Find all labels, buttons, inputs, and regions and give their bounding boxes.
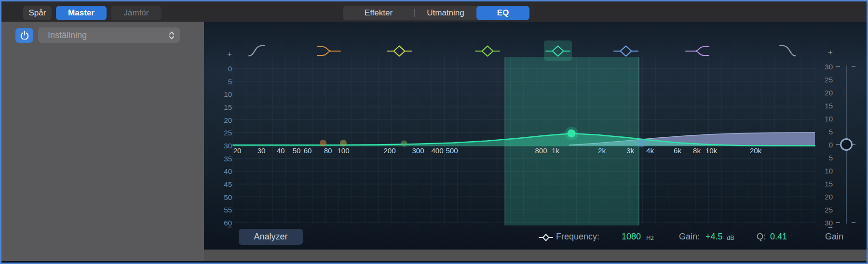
freq-tick-label: 20k bbox=[750, 146, 762, 155]
scale-tick-label: 30 bbox=[211, 142, 232, 150]
slider-tick bbox=[852, 222, 855, 223]
bell-icon bbox=[544, 43, 571, 58]
bell-icon bbox=[386, 43, 413, 58]
tab-master[interactable]: Master bbox=[56, 6, 107, 20]
scale-tick-label: 40 bbox=[211, 167, 232, 175]
band-6-bell-button[interactable] bbox=[612, 40, 640, 61]
scale-tick-label: 20 bbox=[812, 89, 833, 97]
scale-tick-label: 25 bbox=[812, 206, 833, 214]
scale-tick-label: 15 bbox=[812, 102, 833, 110]
tab-utmatning[interactable]: Utmatning bbox=[415, 6, 476, 20]
bell-icon bbox=[474, 43, 501, 58]
bell-icon bbox=[612, 43, 639, 58]
compare-button[interactable]: Jämför bbox=[111, 6, 162, 20]
scale-tick-label: 55 bbox=[211, 206, 232, 214]
band-4-bell-button[interactable] bbox=[474, 40, 502, 61]
top-toolbar: Spår Master Jämför Effekter Utmatning EQ bbox=[1, 1, 867, 22]
scale-tick-label: 0 bbox=[211, 65, 232, 73]
preset-dropdown-label: Inställning bbox=[48, 30, 87, 40]
slider-tick bbox=[836, 66, 840, 67]
gain-value[interactable]: +4.5 bbox=[705, 232, 723, 242]
frequency-label: Frequency: bbox=[556, 232, 599, 242]
scale-tick-label: 30 bbox=[812, 63, 833, 71]
analyzer-button[interactable]: Analyzer bbox=[239, 229, 303, 245]
gain-unit: dB bbox=[727, 234, 734, 241]
freq-tick-label: 30 bbox=[258, 146, 266, 155]
freq-tick-label: 100 bbox=[337, 146, 349, 155]
slider-tick bbox=[852, 66, 855, 67]
scale-tick-label: 25 bbox=[812, 76, 833, 84]
scale-tick-label: 5 bbox=[812, 128, 833, 136]
scale-tick-label: 10 bbox=[812, 115, 833, 123]
freq-tick-label: 200 bbox=[383, 146, 395, 155]
scale-minus: − bbox=[211, 223, 232, 232]
power-icon bbox=[20, 30, 29, 41]
scale-tick-label: 25 bbox=[211, 129, 232, 137]
channel-eq-window: Spår Master Jämför Effekter Utmatning EQ… bbox=[0, 0, 868, 264]
freq-tick-label: 10k bbox=[705, 146, 718, 155]
band-5-bell-button[interactable] bbox=[544, 40, 572, 61]
view-tab-group: Effekter Utmatning EQ bbox=[343, 6, 529, 20]
frequency-unit: Hz bbox=[646, 234, 654, 241]
gain-label: Gain: bbox=[679, 232, 700, 242]
freq-tick-label: 40 bbox=[277, 146, 285, 155]
band-4-dot[interactable] bbox=[401, 141, 407, 147]
q-value[interactable]: 0.41 bbox=[770, 232, 787, 242]
band-6-dot[interactable] bbox=[637, 139, 646, 147]
band-2-dot[interactable] bbox=[320, 140, 326, 146]
scale-plus: + bbox=[211, 50, 232, 59]
freq-tick-label: 2k bbox=[598, 146, 606, 155]
lowpass-icon bbox=[773, 43, 800, 58]
band-3-dot[interactable] bbox=[340, 140, 347, 146]
freq-tick-label: 4k bbox=[646, 146, 654, 155]
band-8-lowpass-button[interactable] bbox=[772, 40, 800, 61]
preset-dropdown[interactable]: Inställning bbox=[38, 27, 180, 43]
tab-spar[interactable]: Spår bbox=[23, 6, 52, 20]
highpass-icon bbox=[245, 43, 272, 58]
scale-tick-label: 5 bbox=[211, 77, 232, 85]
freq-tick-label: 500 bbox=[446, 146, 458, 155]
freq-tick-label: 80 bbox=[324, 146, 332, 155]
tab-effekter[interactable]: Effekter bbox=[343, 6, 414, 20]
freq-tick-label: 300 bbox=[412, 146, 424, 155]
window-bottom-edge bbox=[204, 250, 867, 261]
freq-tick-label: 6k bbox=[674, 146, 681, 155]
scale-minus: − bbox=[812, 223, 833, 233]
scope-tab-group: Spår Master Jämför bbox=[23, 6, 162, 20]
band-2-lowshelf-button[interactable] bbox=[315, 40, 343, 61]
gain-slider-knob[interactable] bbox=[840, 138, 853, 151]
band-3-bell-button[interactable] bbox=[385, 40, 413, 61]
slider-tick bbox=[836, 222, 840, 223]
lowshelf-icon bbox=[315, 43, 342, 58]
band-7-highshelf-button[interactable] bbox=[683, 40, 711, 61]
scale-tick-label: 5 bbox=[812, 154, 833, 162]
scale-tick-label: 15 bbox=[812, 180, 833, 188]
freq-tick-label: 20 bbox=[233, 146, 242, 155]
selected-band-bell-icon bbox=[538, 233, 554, 244]
freq-tick-label: 60 bbox=[304, 146, 312, 155]
scale-tick-label: 10 bbox=[211, 90, 232, 98]
freq-tick-label: 400 bbox=[431, 146, 443, 155]
band-1-highpass-button[interactable] bbox=[244, 40, 272, 61]
selected-band-dot[interactable] bbox=[568, 130, 576, 138]
scale-plus: + bbox=[812, 48, 833, 57]
scale-tick-label: 20 bbox=[211, 116, 232, 124]
power-button[interactable] bbox=[15, 28, 33, 43]
freq-tick-label: 800 bbox=[535, 146, 547, 155]
frequency-value[interactable]: 1080 bbox=[622, 232, 641, 242]
freq-tick-label: 1k bbox=[552, 146, 559, 155]
eq-graph-area: 2030405060801002003004005008001k2k3k4k6k… bbox=[204, 22, 867, 250]
gain-slider-label: Gain bbox=[825, 232, 843, 242]
freq-tick-label: 3k bbox=[626, 146, 634, 155]
scale-tick-label: 20 bbox=[812, 193, 833, 201]
scale-tick-label: 10 bbox=[812, 167, 833, 175]
scale-tick-label: 15 bbox=[211, 103, 232, 111]
freq-tick-label: 8k bbox=[693, 146, 701, 155]
tab-eq[interactable]: EQ bbox=[476, 6, 529, 20]
eq-response-plot[interactable]: 2030405060801002003004005008001k2k3k4k6k… bbox=[204, 22, 867, 250]
chevron-up-down-icon bbox=[168, 30, 175, 43]
q-label: Q: bbox=[757, 232, 766, 242]
freq-tick-label: 50 bbox=[293, 146, 301, 155]
scale-tick-label: 35 bbox=[211, 154, 232, 162]
slider-tick bbox=[836, 144, 840, 145]
